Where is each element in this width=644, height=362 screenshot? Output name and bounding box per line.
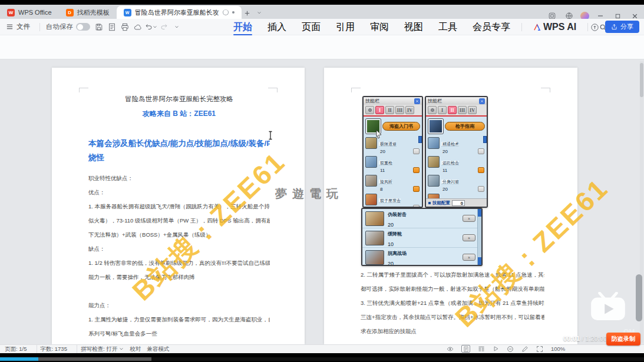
print-icon[interactable]: [118, 21, 131, 33]
bilibili-play-logo[interactable]: [590, 292, 626, 324]
scroll-up-icon: [418, 136, 422, 143]
skill-row: 分身闪避 20: [428, 175, 485, 192]
status-page-count: 页面: 1/5: [5, 346, 27, 353]
redo-button[interactable]: [157, 21, 170, 33]
ribbon-toolbar: 格式刷 粘贴 Calibri 五号 A+ A- 拼 B I U A X² A A…: [0, 35, 644, 59]
skill-window-titlebar: 技能栏: [426, 97, 487, 105]
skill-list: 精通枪术 20 远距枪击 11 分身闪避 20 重击 20: [426, 136, 487, 208]
video-timestamp: 00:01 / 1:20:00: [563, 335, 607, 342]
skill-window-image-3[interactable]: 伪装射击 20 × 缓降靴 10 × 脱离战场 20 ×: [361, 208, 483, 266]
doc-line: 能力点：: [88, 298, 270, 313]
status-proofread[interactable]: 校对: [130, 346, 141, 353]
menu-reference[interactable]: 引用: [328, 19, 362, 35]
tab-document-active[interactable]: W 冒险岛世界阿尔泰亚服船长攻: [117, 6, 242, 19]
skill-tab-4: IV: [468, 106, 477, 114]
skill-tabs: I II III IV: [364, 105, 422, 117]
save-icon[interactable]: [93, 21, 105, 33]
doc-line: 1. 主属性为敏捷，力量仅需要加到装备需求即可，因为天生是海盗职业，自身血量会比…: [88, 313, 270, 327]
skill-row: 远距枪击 11: [428, 156, 485, 173]
doc-line: 3. 三转优先满火船喷射+21 点章鱼（或者加满，因为只有 21 点章鱼持续时间…: [361, 296, 544, 310]
keybind-button: ×: [463, 254, 475, 261]
skill-book-title: 海盗入门书: [382, 122, 420, 131]
zoom-level[interactable]: 100%: [551, 346, 565, 352]
edit-mode-icon[interactable]: [521, 346, 529, 353]
read-mode-icon[interactable]: [493, 346, 499, 352]
doc-line: 1. 本服务器船长拥有超级跳飞天/滑翔（跟跳跃力有关），三转火船是个持续的烧伤害…: [88, 200, 270, 214]
skill-row: 缓降靴 10 ×: [362, 228, 481, 248]
file-menu[interactable]: 文件: [0, 19, 36, 35]
tab-wps-office-label: WPS Office: [18, 9, 52, 16]
margin-mark: [79, 88, 88, 92]
menu-wps-ai[interactable]: WPS AI: [526, 19, 584, 35]
autosave-toggle[interactable]: [76, 23, 90, 31]
skill-up-button: [478, 186, 484, 192]
undo-button[interactable]: [144, 21, 157, 33]
cloud-sync-icon[interactable]: [131, 21, 144, 33]
doc-subtitle: 攻略来自 B 站：ZEE61: [88, 109, 270, 118]
docer-logo-icon: D: [66, 9, 74, 16]
tab-document-title: 冒险岛世界阿尔泰亚服船长攻: [135, 8, 219, 17]
skill-up-button: [478, 148, 484, 154]
margin-mark: [541, 88, 550, 92]
skill-tabs: I II III IV: [426, 105, 487, 117]
skill-tab-4: IV: [405, 106, 414, 114]
video-progress-played: [0, 357, 38, 361]
menu-member[interactable]: 会员专享: [465, 19, 518, 35]
doc-line: 2. 二转属于矮子里面拔高个，可以放弃散射加满急速，或者 11 点急速，其余技能…: [361, 268, 544, 282]
skill-up-button: [413, 186, 420, 192]
menu-page[interactable]: 页面: [294, 19, 328, 35]
tab-wps-office[interactable]: W WPS Office: [0, 6, 59, 19]
skill-icon: [365, 250, 384, 265]
video-current-time: 00:01: [563, 335, 580, 342]
skill-list: 极限退避 20 双重枪 11 旋风斩 8 双子星攻击 20: [364, 136, 422, 208]
menu-insert[interactable]: 插入: [260, 19, 294, 35]
menu-review[interactable]: 审阅: [362, 19, 397, 35]
status-word-count[interactable]: 字数: 1735: [41, 346, 67, 353]
divider: [587, 23, 588, 31]
skill-row: 精通枪术 20: [428, 137, 485, 154]
skill-config-bar: 技能配置 0: [426, 198, 487, 207]
skill-up-button: [413, 167, 420, 173]
anti-record-button[interactable]: 防盗录制: [606, 333, 640, 346]
upload-icon[interactable]: [590, 22, 599, 32]
share-button[interactable]: 分享: [605, 21, 639, 33]
menu-tools[interactable]: 工具: [431, 19, 465, 35]
skill-tab-1: I: [438, 106, 447, 114]
skill-config-input: 0: [452, 200, 465, 206]
skill-tab-2: II: [385, 106, 394, 114]
new-tab-button[interactable]: [242, 7, 253, 19]
share-label: 分享: [620, 22, 633, 31]
menu-home[interactable]: 开始: [226, 19, 260, 35]
zoom-out-icon[interactable]: [507, 346, 514, 353]
skill-window-image-2[interactable]: 技能栏 I II III IV 枪手指南 精通枪术 20: [425, 96, 488, 208]
document-page-2[interactable]: 技能栏 I II III IV 海盗入门书 极限退避 20: [324, 68, 577, 344]
share-icon: [611, 24, 617, 30]
video-sidebar-handle[interactable]: [636, 274, 642, 321]
doc-heading-line2: 烧怪: [88, 151, 270, 165]
skill-window-image-1[interactable]: 技能栏 I II III IV 海盗入门书 极限退避 20: [362, 96, 423, 208]
web-view-icon[interactable]: [478, 346, 485, 353]
bullet-icon: [428, 202, 431, 204]
skill-icon: [365, 231, 384, 245]
skill-book-title: 枪手指南: [445, 122, 485, 131]
fullscreen-icon[interactable]: [536, 346, 543, 353]
print-preview-icon[interactable]: [105, 21, 118, 33]
tab-docer-templates[interactable]: D 找稻壳模板: [59, 6, 117, 19]
doc-line: 系列弓弩/标飞血量会多一些: [88, 327, 270, 341]
autosave-toggle-group: 自动保存: [44, 22, 93, 31]
skill-tab-2: II: [448, 106, 457, 114]
eye-protect-icon[interactable]: [447, 346, 454, 353]
skill-icon: [365, 211, 384, 226]
status-spellcheck[interactable]: 拼写检查: 打开: [81, 346, 124, 353]
doc-line: 优点：: [88, 185, 270, 200]
quickbar-chevron[interactable]: [170, 21, 183, 33]
menu-view[interactable]: 视图: [397, 19, 431, 35]
video-progress-bar[interactable]: [0, 357, 644, 361]
page-view-icon[interactable]: [461, 345, 470, 353]
wps-ai-label: WPS AI: [543, 22, 576, 32]
document-page-1[interactable]: 冒险岛世界阿尔泰亚服船长完整攻略 攻略来自 B 站：ZEE61 本篇会涉及船长优…: [52, 68, 305, 344]
skill-tab-1: I: [375, 106, 384, 114]
tab-modified-dot-icon: [232, 11, 235, 14]
doc-heading-line1: 本篇会涉及船长优缺点/能力点/技能加点/练级/装备/PW: [88, 137, 270, 151]
tab-list-chevron[interactable]: [253, 7, 265, 19]
